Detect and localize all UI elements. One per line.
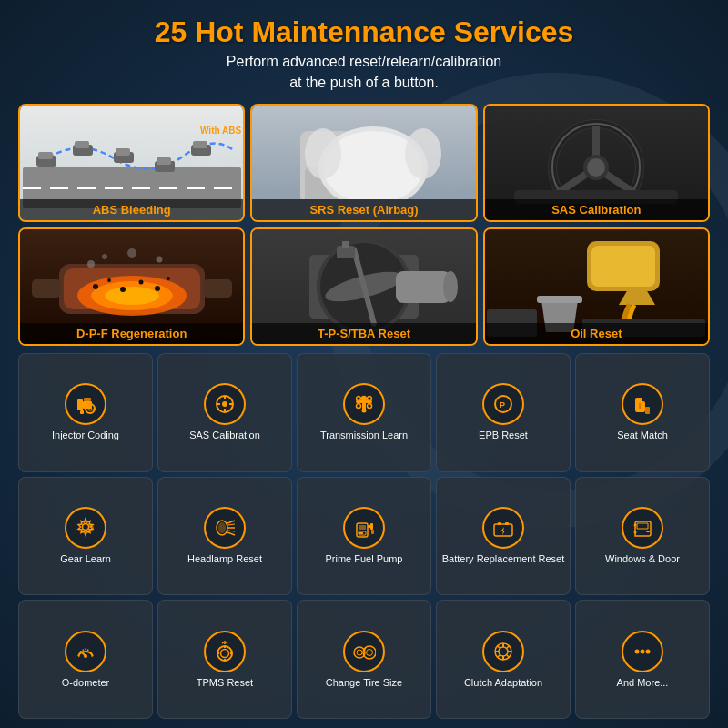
svg-rect-41 <box>32 279 61 298</box>
svg-point-78 <box>357 397 361 401</box>
svg-line-138 <box>498 645 500 648</box>
svg-point-46 <box>156 256 162 262</box>
svg-rect-57 <box>592 246 655 287</box>
svg-point-93 <box>218 522 226 533</box>
seat-match-label: Seat Match <box>617 430 668 441</box>
svg-point-81 <box>357 404 361 409</box>
sas-cal-card: SAS Calibration <box>157 353 292 472</box>
battery-reset-card: Battery Replacement Reset <box>436 477 571 596</box>
seat-match-icon <box>631 392 654 416</box>
sas-cal-icon <box>213 392 237 416</box>
trans-learn-label: Transmission Learn <box>320 430 408 441</box>
fuel-pump-card: Prime Fuel Pump <box>297 477 431 596</box>
svg-point-82 <box>368 404 372 409</box>
battery-reset-icon-circle <box>482 507 524 549</box>
svg-point-120 <box>84 654 87 658</box>
svg-point-34 <box>105 287 159 305</box>
svg-line-140 <box>507 645 510 648</box>
svg-rect-61 <box>537 296 582 303</box>
abs-bleeding-card: With ABS ABS Bleeding <box>18 104 245 222</box>
svg-rect-3 <box>38 152 53 159</box>
injector-coding-card: </> Injector Coding <box>18 353 153 472</box>
svg-text:With ABS: With ABS <box>200 126 241 136</box>
headlamp-reset-card: Headlamp Reset <box>157 477 292 596</box>
windows-door-card: Windows & Door <box>575 477 710 596</box>
clutch-adapt-icon <box>491 640 515 663</box>
gear-learn-card: Gear Learn <box>18 477 153 596</box>
svg-rect-11 <box>193 141 207 148</box>
svg-rect-55 <box>342 241 349 248</box>
svg-line-113 <box>79 652 80 652</box>
svg-line-96 <box>228 532 235 535</box>
seat-match-card: Seat Match <box>575 353 710 472</box>
tpms-reset-icon <box>213 640 237 663</box>
gear-learn-label: Gear Learn <box>60 553 111 565</box>
tpms-reset-icon-circle <box>204 631 246 672</box>
trans-learn-icon-circle <box>343 383 385 425</box>
svg-line-98 <box>228 531 235 531</box>
windows-door-label: Windows & Door <box>605 553 680 565</box>
windows-door-icon-circle <box>622 507 663 549</box>
svg-point-40 <box>167 277 170 280</box>
tire-size-label: Change Tire Size <box>326 677 402 689</box>
epb-reset-card: P EPB Reset <box>436 353 571 472</box>
svg-rect-52 <box>396 271 450 303</box>
odometer-icon-circle <box>65 631 106 672</box>
svg-rect-108 <box>505 522 509 525</box>
airbag-card: SRS Reset (Airbag) <box>250 104 477 222</box>
svg-rect-107 <box>498 522 501 525</box>
svg-point-111 <box>634 531 637 533</box>
svg-point-43 <box>87 260 95 268</box>
page-title: 25 Hot Maintennance Services <box>155 16 574 48</box>
tpms-reset-label: TPMS Reset <box>197 677 253 689</box>
oil-label: Oil Reset <box>485 323 708 344</box>
svg-rect-64 <box>77 399 83 410</box>
svg-point-133 <box>499 647 508 656</box>
abs-label: ABS Bleeding <box>20 199 243 220</box>
tire-size-card: Change Tire Size <box>297 600 431 719</box>
tire-size-icon <box>352 640 376 663</box>
svg-rect-66 <box>84 398 91 401</box>
battery-reset-label: Battery Replacement Reset <box>442 553 565 565</box>
tire-size-icon-circle <box>343 631 385 672</box>
svg-text:P: P <box>500 400 505 410</box>
svg-point-80 <box>368 397 372 401</box>
sas-label: SAS Calibration <box>485 199 708 220</box>
image-cards-grid: With ABS ABS Bleeding <box>18 104 710 346</box>
tps-card: T-P-S/TBA Reset <box>250 228 477 346</box>
dpf-label: D-P-F Regeneration <box>20 323 243 344</box>
svg-point-45 <box>127 248 136 258</box>
svg-point-83 <box>362 409 367 413</box>
sas-cal-icon-circle <box>204 383 246 425</box>
svg-point-142 <box>635 649 640 653</box>
svg-line-114 <box>83 649 84 651</box>
svg-point-75 <box>222 401 228 407</box>
tps-label: T-P-S/TBA Reset <box>252 323 475 344</box>
svg-point-53 <box>443 271 458 302</box>
svg-rect-5 <box>75 141 89 148</box>
svg-rect-67 <box>80 410 84 414</box>
svg-point-143 <box>641 649 645 653</box>
fuel-pump-icon <box>352 516 376 540</box>
svg-rect-42 <box>203 279 232 298</box>
and-more-icon <box>631 640 654 663</box>
sas-card: SAS Calibration <box>483 104 710 222</box>
dpf-card: D-P-F Regeneration <box>18 228 245 346</box>
epb-reset-label: EPB Reset <box>479 430 528 441</box>
injector-icon-circle: </> <box>65 383 106 425</box>
svg-line-141 <box>498 654 500 657</box>
svg-line-97 <box>228 524 235 525</box>
and-more-icon-circle <box>622 631 663 672</box>
svg-rect-7 <box>116 148 130 156</box>
svg-point-91 <box>83 523 89 530</box>
svg-point-39 <box>155 286 160 291</box>
svg-point-37 <box>120 287 126 292</box>
fuel-pump-icon-circle <box>343 507 385 549</box>
svg-line-94 <box>228 521 235 523</box>
tpms-reset-card: TPMS Reset <box>157 600 292 719</box>
trans-learn-icon <box>352 392 376 416</box>
svg-point-89 <box>637 398 642 403</box>
main-container: 25 Hot Maintennance Services Perform adv… <box>0 0 728 728</box>
svg-point-17 <box>305 128 341 179</box>
svg-text:</>: </> <box>87 407 96 412</box>
